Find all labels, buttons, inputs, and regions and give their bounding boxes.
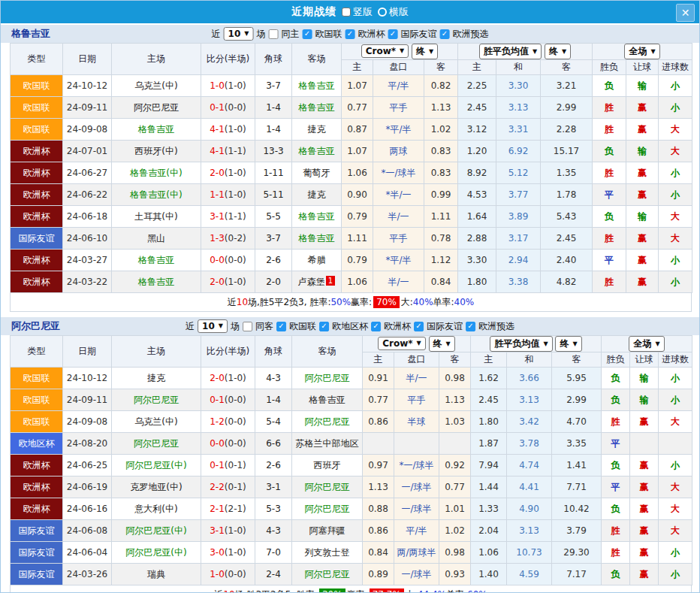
odds-provider-select[interactable]: Crow*▼ — [361, 44, 409, 58]
avg-stage-value: 终 — [549, 45, 558, 58]
competition-checkbox[interactable]: ✓ — [345, 29, 355, 39]
handicap-cell: 半/一 — [373, 206, 424, 228]
odds-group-header: Crow*▼ 终▼ — [342, 44, 458, 60]
match-date: 24-06-08 — [63, 520, 112, 542]
score-cell: 3-1(1-0) — [201, 520, 255, 542]
col-away: 客场 — [292, 44, 342, 75]
home-team-cell: 乌克兰(中) — [112, 75, 201, 97]
odds-home-cell: 0.79 — [342, 250, 373, 271]
handicap-result-cell — [630, 433, 659, 455]
match-row: 欧洲杯24-06-16意大利(中)2-1(2-1)5-3阿尔巴尼亚0.88一/球… — [11, 498, 692, 520]
fulltime-score: 2-1 — [210, 504, 225, 514]
competition-checkbox[interactable]: ✓ — [371, 322, 381, 331]
odds-home-cell: 0.97 — [363, 455, 394, 477]
odds-stage-select[interactable]: 终▼ — [429, 336, 455, 352]
odds-provider-value: Crow* — [382, 338, 412, 349]
away-team-cell: 捷克 — [292, 119, 342, 141]
odds-away-cell: 0.98 — [439, 368, 471, 389]
odds-group-header: Crow*▼ 终▼ — [363, 336, 471, 352]
avg-win-cell: 1.20 — [458, 141, 496, 162]
col-handicap: 盘口 — [394, 352, 439, 368]
odds-stage-value: 终 — [433, 337, 442, 350]
summary-part: 50% — [330, 297, 351, 307]
match-row: 欧国联24-09-08乌克兰(中)1-2(0-0)5-4阿尔巴尼亚0.86半球1… — [11, 411, 692, 433]
away-team-cell: 阿尔巴尼亚 — [292, 477, 363, 498]
odds-away-cell — [439, 433, 471, 455]
odds-away-cell: 0.83 — [424, 162, 458, 184]
match-date: 24-06-04 — [63, 542, 112, 564]
col-handicap-result: 让球 — [626, 60, 659, 75]
avg-type-select[interactable]: 胜平负均值▼ — [479, 44, 542, 59]
chevron-down-icon: ▼ — [543, 341, 548, 347]
chevron-down-icon: ▼ — [400, 48, 404, 54]
score-cell: 3-0(1-0) — [201, 542, 255, 564]
handicap-cell: 两球 — [373, 141, 424, 162]
match-type-badge: 欧洲杯 — [11, 184, 63, 206]
check-icon: ✓ — [373, 322, 379, 330]
fulltime-score: 1-3 — [210, 233, 225, 244]
summary-part: 30% — [319, 588, 345, 593]
corners-cell: 3-1 — [255, 477, 292, 498]
odds-stage-select[interactable]: 终▼ — [412, 44, 438, 59]
match-date: 24-09-11 — [63, 97, 112, 119]
halftime-score: (2-1) — [225, 504, 246, 514]
handicap-cell: *平/半 — [373, 250, 424, 271]
match-date: 24-06-18 — [63, 206, 112, 228]
games-count-select[interactable]: 10▼ — [224, 27, 254, 41]
home-team-name: 格鲁吉亚(中) — [130, 189, 182, 200]
handicap-cell: *平/半 — [373, 119, 424, 141]
col-odds-away: 客 — [424, 60, 458, 75]
handicap-result-cell: 赢 — [630, 498, 659, 520]
odds-home-cell: 0.86 — [363, 411, 394, 433]
summary-part: 赢率: — [351, 296, 372, 309]
scope-select[interactable]: 全场▼ — [624, 44, 659, 59]
odds-home-cell: 0.91 — [363, 368, 394, 389]
avg-lose-cell: 2.99 — [541, 97, 593, 119]
col-avg-home: 主 — [458, 60, 496, 75]
handicap-cell: 一/球半 — [394, 477, 439, 498]
home-team-name: 阿尔巴尼亚(中) — [125, 525, 186, 536]
home-team-cell: 格鲁吉亚(中) — [112, 184, 201, 206]
competition-checkbox[interactable]: ✓ — [276, 322, 286, 331]
recent-label: 近 — [212, 28, 221, 41]
same-side-checkbox[interactable] — [243, 322, 252, 331]
avg-type-select[interactable]: 胜平负均值▼ — [490, 336, 552, 352]
goals-result-cell — [659, 433, 692, 455]
competition-checkbox[interactable]: ✓ — [319, 322, 329, 331]
odds-provider-select[interactable]: Crow*▼ — [378, 337, 426, 350]
competition-checkbox[interactable]: ✓ — [414, 322, 424, 331]
home-team-cell: 克罗地亚(中) — [112, 477, 201, 498]
fulltime-score: 0-0 — [210, 438, 225, 449]
competition-checkbox[interactable]: ✓ — [302, 29, 312, 39]
odds-home-cell: 1.07 — [342, 75, 373, 97]
home-team-name: 克罗地亚(中) — [130, 482, 182, 492]
match-type-badge: 欧洲杯 — [11, 250, 63, 271]
avg-lose-cell: 1.41 — [552, 455, 602, 477]
games-count-select[interactable]: 10▼ — [198, 319, 228, 333]
close-button[interactable]: ✕ — [676, 4, 695, 22]
halftime-score: (0-1) — [225, 460, 246, 470]
layout-vertical-option[interactable]: 竖版 — [342, 5, 373, 19]
layout-horizontal-option[interactable]: 横版 — [378, 5, 409, 19]
avg-draw-cell: 3.13 — [507, 520, 552, 542]
avg-stage-select[interactable]: 终▼ — [545, 44, 571, 59]
home-team-cell: 阿尔巴尼亚 — [112, 97, 201, 119]
match-row: 国际友谊24-06-04阿尔巴尼亚(中)3-0(1-0)7-0列支敦士登0.84… — [11, 542, 692, 564]
same-side-checkbox[interactable] — [268, 29, 278, 39]
odds-away-cell: 0.77 — [439, 477, 471, 498]
col-odds-home: 主 — [363, 352, 394, 368]
dialog-titlebar: 近期战绩 竖版 横版 ✕ — [1, 1, 699, 23]
team-title: 阿尔巴尼亚 — [11, 319, 60, 333]
match-row: 欧洲杯24-06-19克罗地亚(中)2-2(0-1)3-1阿尔巴尼亚1.13一/… — [11, 477, 692, 498]
goals-result-cell: 小 — [659, 250, 692, 271]
summary-part: 77.7% — [370, 588, 404, 593]
scope-select[interactable]: 全场▼ — [629, 336, 664, 352]
competition-checkbox[interactable]: ✓ — [439, 29, 449, 39]
competition-checkbox[interactable]: ✓ — [466, 322, 475, 331]
avg-draw-cell: 4.59 — [507, 564, 552, 585]
competition-checkbox[interactable]: ✓ — [388, 29, 397, 39]
home-team-name: 阿尔巴尼亚 — [134, 102, 179, 113]
col-type: 类型 — [11, 44, 63, 75]
avg-draw-cell: 6.92 — [496, 141, 541, 162]
avg-stage-select[interactable]: 终▼ — [555, 336, 581, 352]
